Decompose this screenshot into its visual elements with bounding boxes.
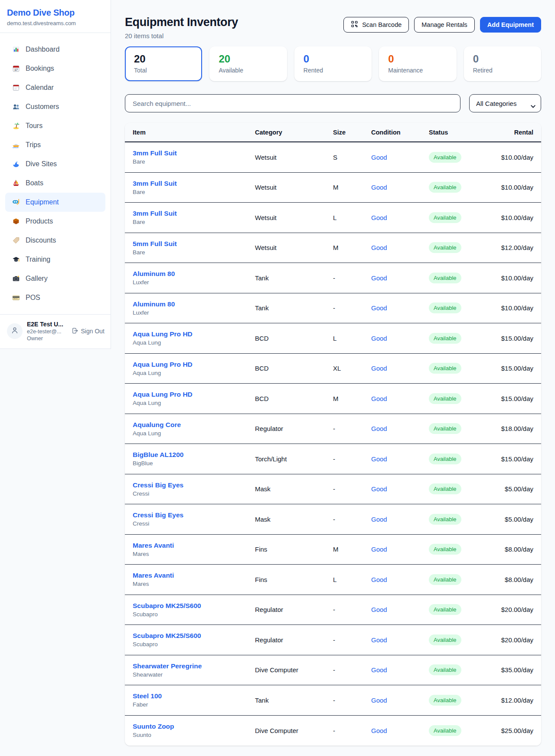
stat-label: Available: [219, 67, 278, 74]
status-badge: Available: [429, 302, 461, 313]
condition-link[interactable]: Good: [371, 425, 429, 432]
condition-link[interactable]: Good: [371, 274, 429, 282]
size-cell: -: [333, 727, 371, 734]
sidebar-item-customers[interactable]: Customers: [5, 97, 105, 116]
search-input[interactable]: [125, 94, 460, 112]
rental-cell: $15.00/day: [494, 365, 533, 372]
rental-cell: $15.00/day: [494, 335, 533, 342]
item-name-link[interactable]: Aqua Lung Pro HD: [133, 330, 255, 338]
condition-link[interactable]: Good: [371, 546, 429, 553]
item-name-link[interactable]: Steel 100: [133, 692, 255, 700]
add-equipment-label: Add Equipment: [487, 21, 534, 28]
condition-link[interactable]: Good: [371, 636, 429, 644]
condition-link[interactable]: Good: [371, 516, 429, 523]
sidebar-item-trips[interactable]: Trips: [5, 135, 105, 154]
status-cell: Available: [429, 695, 494, 706]
condition-link[interactable]: Good: [371, 395, 429, 402]
item-name-link[interactable]: Mares Avanti: [133, 542, 255, 549]
item-name-link[interactable]: Aqua Lung Pro HD: [133, 361, 255, 368]
item-cell: Aluminum 80Luxfer: [133, 270, 255, 286]
item-name-link[interactable]: BigBlue AL1200: [133, 451, 255, 459]
item-name-link[interactable]: 5mm Full Suit: [133, 240, 255, 248]
rental-cell: $10.00/day: [494, 154, 533, 161]
condition-link[interactable]: Good: [371, 727, 429, 734]
status-badge: Available: [429, 664, 461, 675]
item-cell: 3mm Full SuitBare: [133, 180, 255, 195]
scan-barcode-button[interactable]: Scan Barcode: [343, 17, 409, 33]
condition-link[interactable]: Good: [371, 485, 429, 493]
condition-link[interactable]: Good: [371, 666, 429, 674]
stat-card-total[interactable]: 20Total: [125, 46, 202, 81]
equipment-table: Item Category Size Condition Status Rent…: [125, 123, 541, 746]
status-badge: Available: [429, 483, 461, 494]
sidebar-item-discounts[interactable]: Discounts: [5, 231, 105, 250]
item-name-link[interactable]: Scubapro MK25/S600: [133, 632, 255, 640]
condition-link[interactable]: Good: [371, 335, 429, 342]
item-brand: Bare: [133, 158, 255, 165]
size-cell: M: [333, 184, 371, 191]
condition-link[interactable]: Good: [371, 214, 429, 221]
item-name-link[interactable]: 3mm Full Suit: [133, 149, 255, 157]
tag-icon: [12, 237, 20, 244]
stat-label: Total: [134, 67, 193, 74]
table-row: 5mm Full SuitBareWetsuitMGoodAvailable$1…: [125, 233, 541, 263]
sidebar-item-dashboard[interactable]: Dashboard: [5, 40, 105, 59]
item-name-link[interactable]: 3mm Full Suit: [133, 180, 255, 187]
item-name-link[interactable]: Scubapro MK25/S600: [133, 602, 255, 610]
condition-link[interactable]: Good: [371, 184, 429, 191]
condition-link[interactable]: Good: [371, 455, 429, 463]
rental-cell: $15.00/day: [494, 455, 533, 463]
bar-chart-icon: [12, 46, 20, 53]
status-cell: Available: [429, 664, 494, 675]
condition-link[interactable]: Good: [371, 606, 429, 613]
condition-link[interactable]: Good: [371, 365, 429, 372]
table-row: Aqua Lung Pro HDAqua LungBCDXLGoodAvaila…: [125, 354, 541, 384]
manage-rentals-button[interactable]: Manage Rentals: [414, 17, 475, 33]
item-name-link[interactable]: Aqua Lung Pro HD: [133, 391, 255, 398]
add-equipment-button[interactable]: Add Equipment: [480, 17, 541, 33]
item-name-link[interactable]: Aqualung Core: [133, 421, 255, 429]
stat-card-available[interactable]: 20Available: [209, 46, 287, 81]
stat-card-retired[interactable]: 0Retired: [464, 46, 541, 81]
item-name-link[interactable]: Mares Avanti: [133, 572, 255, 579]
sidebar-item-products[interactable]: Products: [5, 212, 105, 231]
item-name-link[interactable]: Cressi Big Eyes: [133, 481, 255, 489]
manage-rentals-label: Manage Rentals: [421, 21, 467, 28]
rental-cell: $15.00/day: [494, 395, 533, 402]
size-cell: -: [333, 666, 371, 674]
condition-link[interactable]: Good: [371, 697, 429, 704]
page-title-block: Equipment Inventory 20 items total: [125, 16, 238, 39]
stat-card-rented[interactable]: 0Rented: [294, 46, 372, 81]
stat-label: Maintenance: [388, 67, 447, 74]
item-brand: Bare: [133, 219, 255, 225]
category-cell: Tank: [255, 274, 333, 282]
condition-link[interactable]: Good: [371, 244, 429, 251]
sidebar-item-pos[interactable]: POS: [5, 288, 105, 307]
condition-link[interactable]: Good: [371, 154, 429, 161]
item-name-link[interactable]: 3mm Full Suit: [133, 210, 255, 217]
sidebar-item-calendar[interactable]: Calendar: [5, 78, 105, 97]
item-name-link[interactable]: Aluminum 80: [133, 270, 255, 278]
item-brand: Aqua Lung: [133, 339, 255, 346]
status-badge: Available: [429, 725, 461, 736]
brand-name[interactable]: Demo Dive Shop: [7, 8, 104, 18]
sidebar-item-equipment[interactable]: Equipment: [5, 193, 105, 212]
sidebar-item-bookings[interactable]: 17Bookings: [5, 59, 105, 78]
stat-card-maintenance[interactable]: 0Maintenance: [379, 46, 456, 81]
category-select[interactable]: All Categories: [469, 94, 541, 112]
condition-link[interactable]: Good: [371, 576, 429, 583]
item-name-link[interactable]: Cressi Big Eyes: [133, 511, 255, 519]
item-name-link[interactable]: Suunto Zoop: [133, 723, 255, 730]
sidebar-item-gallery[interactable]: Gallery: [5, 269, 105, 288]
item-name-link[interactable]: Aluminum 80: [133, 300, 255, 308]
sidebar-item-tours[interactable]: Tours: [5, 116, 105, 135]
category-cell: Wetsuit: [255, 154, 333, 161]
sidebar-item-training[interactable]: Training: [5, 250, 105, 269]
condition-link[interactable]: Good: [371, 304, 429, 312]
sidebar-item-boats[interactable]: Boats: [5, 174, 105, 193]
item-name-link[interactable]: Shearwater Peregrine: [133, 662, 255, 670]
sidebar-item-dive-sites[interactable]: Dive Sites: [5, 154, 105, 174]
status-badge: Available: [429, 273, 461, 283]
item-brand: Suunto: [133, 732, 255, 738]
sign-out-button[interactable]: Sign Out: [72, 327, 104, 335]
